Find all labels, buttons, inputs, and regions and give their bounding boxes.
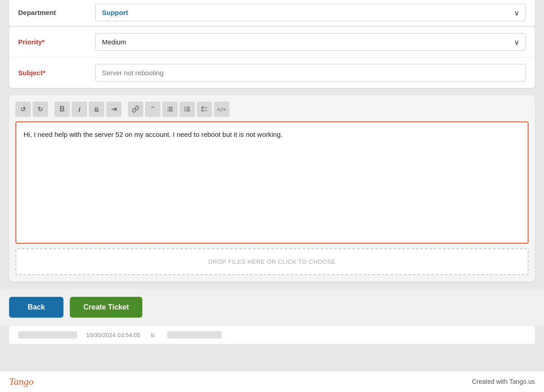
page-wrapper: Department Support ∨ Priority* Low Mediu… [0, 0, 544, 344]
department-select-wrapper: Support ∨ [95, 4, 526, 21]
svg-rect-13 [202, 110, 203, 111]
subject-input[interactable] [95, 64, 526, 82]
indent-button[interactable]: ⇥ [106, 102, 121, 117]
svg-rect-11 [186, 111, 190, 111]
form-card: Priority* Low Medium High Critical ∨ Sub… [9, 27, 535, 88]
redo-button[interactable]: ↻ [33, 102, 48, 117]
bottom-placeholder-2 [167, 331, 222, 339]
svg-rect-7 [186, 107, 190, 108]
tango-logo: Tango [9, 376, 34, 387]
priority-row: Priority* Low Medium High Critical ∨ [9, 27, 535, 58]
priority-control: Low Medium High Critical ∨ [95, 33, 526, 51]
footer: Tango Created with Tango.us [0, 371, 544, 392]
editor-toolbar: ↺ ↻ B I S ⇥ " [15, 102, 529, 117]
department-row: Department Support ∨ [9, 0, 535, 26]
subject-label: Subject* [18, 69, 95, 77]
create-ticket-button[interactable]: Create Ticket [70, 297, 142, 318]
svg-rect-5 [169, 111, 173, 111]
checklist-button[interactable] [197, 102, 212, 117]
footer-attribution: Created with Tango.us [472, 378, 535, 385]
buttons-row: Back Create Ticket [0, 289, 544, 326]
bold-button[interactable]: B [54, 102, 70, 117]
svg-rect-4 [167, 111, 168, 111]
bottom-partial-row: 10/30/2024 03:54:05 b [9, 326, 535, 344]
subject-control [95, 64, 526, 82]
department-label: Department [18, 9, 95, 16]
strikethrough-button[interactable]: S [89, 102, 104, 117]
svg-rect-2 [167, 109, 168, 109]
code-button[interactable]: </> [214, 102, 229, 117]
priority-select-wrapper: Low Medium High Critical ∨ [95, 33, 526, 51]
editor-text: Hi, I need help with the server 52 on my… [24, 131, 282, 138]
unordered-list-button[interactable] [162, 102, 178, 117]
undo-button[interactable]: ↺ [15, 102, 31, 117]
department-select[interactable]: Support [95, 4, 526, 21]
ordered-list-button[interactable]: 1. 2. 3. [180, 102, 195, 117]
subject-required-indicator: * [43, 69, 45, 77]
editor-card: ↺ ↻ B I S ⇥ " [9, 95, 535, 281]
back-button[interactable]: Back [9, 297, 63, 318]
svg-rect-1 [169, 107, 173, 108]
italic-button[interactable]: I [72, 102, 87, 117]
quote-button[interactable]: " [145, 102, 160, 117]
svg-rect-0 [167, 107, 168, 107]
priority-label: Priority* [18, 38, 95, 46]
bottom-placeholder-1 [18, 331, 77, 339]
svg-rect-3 [169, 109, 173, 110]
bottom-label: b [151, 332, 154, 339]
editor-content-area[interactable]: Hi, I need help with the server 52 on my… [15, 121, 529, 244]
priority-required-indicator: * [42, 38, 45, 46]
svg-rect-9 [186, 109, 190, 110]
bottom-date-text: 10/30/2024 03:54:05 [86, 332, 140, 339]
svg-text:3.: 3. [184, 110, 186, 112]
subject-row: Subject* [9, 58, 535, 88]
file-drop-zone[interactable]: DROP FILES HERE OR CLICK TO CHOOSE [15, 248, 529, 275]
link-button[interactable] [128, 102, 143, 117]
priority-select[interactable]: Low Medium High Critical [95, 33, 526, 51]
